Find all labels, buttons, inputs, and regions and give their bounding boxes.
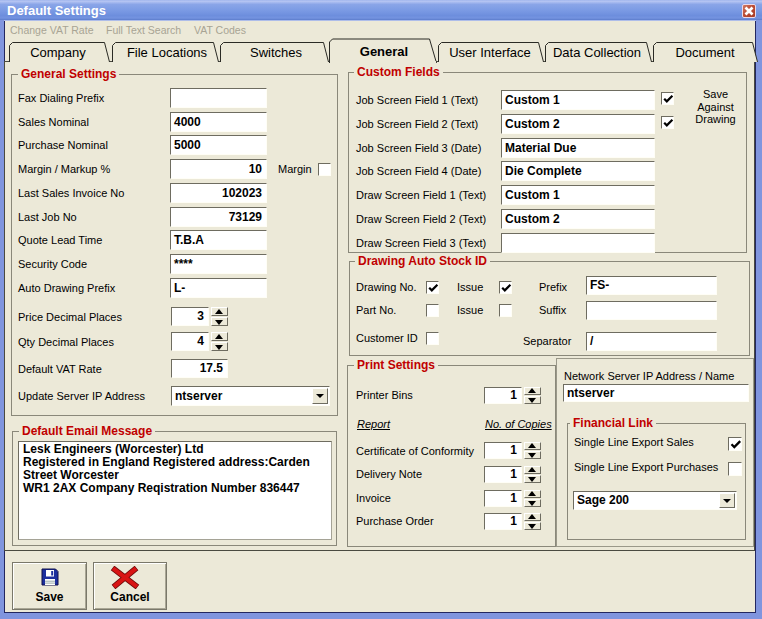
svg-text:Data Collection: Data Collection [553,45,641,60]
svg-text:File Locations: File Locations [127,45,208,60]
svg-text:User Interface: User Interface [449,45,531,60]
svg-text:Document: Document [675,45,735,60]
svg-text:Company: Company [30,45,86,60]
svg-text:General: General [360,44,408,59]
svg-text:Switches: Switches [250,45,303,60]
